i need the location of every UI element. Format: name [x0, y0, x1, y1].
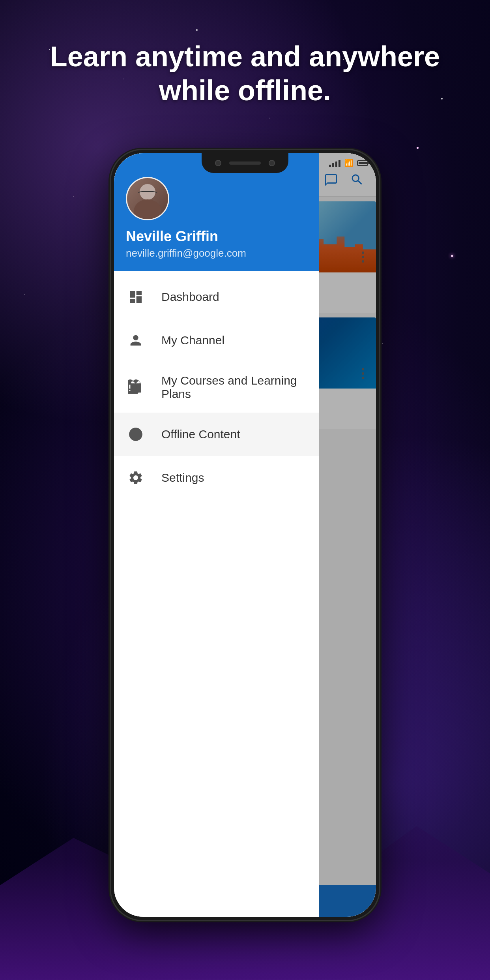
- camera-left: [215, 160, 221, 166]
- status-bar: 📶: [297, 153, 376, 173]
- nav-item-my-courses-label: My Courses and Learning Plans: [161, 374, 307, 401]
- person-icon: [126, 330, 146, 350]
- nav-item-my-channel[interactable]: My Channel: [114, 319, 319, 362]
- nav-item-offline-label: Offline Content: [161, 428, 240, 441]
- avatar-image: [127, 178, 168, 219]
- avatar[interactable]: [126, 177, 169, 220]
- nav-item-my-courses[interactable]: My Courses and Learning Plans: [114, 362, 319, 413]
- nav-item-settings-label: Settings: [161, 471, 204, 484]
- user-name: Neville Griffin: [126, 228, 307, 245]
- nav-item-my-channel-label: My Channel: [161, 334, 224, 347]
- nav-item-dashboard[interactable]: Dashboard: [114, 275, 319, 319]
- battery-icon: [357, 160, 368, 166]
- drawer-menu: Dashboard My Channel: [114, 271, 319, 503]
- phone-notch: [202, 153, 288, 173]
- settings-icon: [126, 468, 146, 488]
- dashboard-icon: [126, 287, 146, 307]
- courses-icon: [126, 377, 146, 397]
- signal-icon: [329, 159, 340, 167]
- nav-item-settings[interactable]: Settings: [114, 456, 319, 499]
- nav-item-offline-content[interactable]: Offline Content: [114, 413, 319, 456]
- phone-screen: 📶: [114, 153, 376, 917]
- speaker: [229, 161, 261, 165]
- nav-drawer: Neville Griffin neville.griffin@google.c…: [114, 153, 319, 917]
- avatar-glasses: [138, 191, 157, 195]
- phone-frame: 📶: [111, 150, 379, 920]
- screen-content: ts of UX — st... Ureña: [114, 153, 376, 917]
- download-icon: [126, 424, 146, 444]
- wifi-icon: 📶: [344, 159, 353, 167]
- headline-text: Learn anytime and anywhere while offline…: [0, 39, 490, 108]
- nav-item-dashboard-label: Dashboard: [161, 290, 219, 304]
- user-email: neville.griffin@google.com: [126, 247, 307, 259]
- camera-right: [269, 160, 275, 166]
